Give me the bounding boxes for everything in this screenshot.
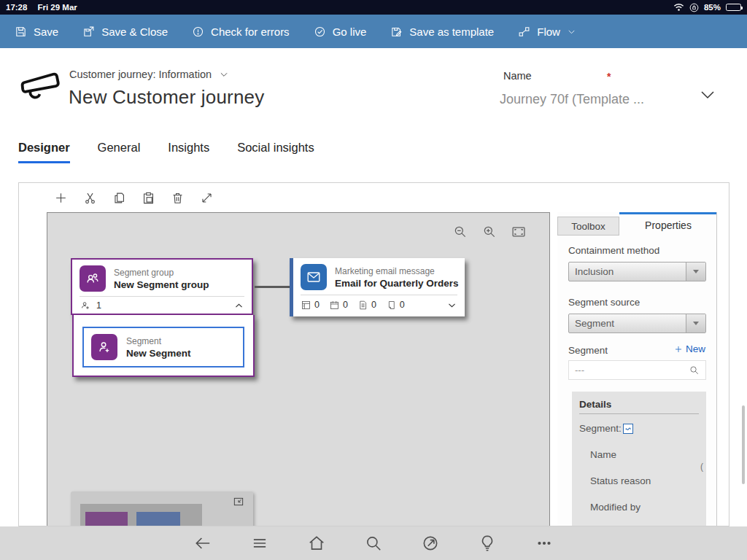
form-tabs: Designer General Insights Social insight… — [18, 141, 314, 163]
segment-count: 1 — [96, 300, 101, 311]
date: Fri 29 Mar — [37, 3, 77, 12]
properties-panel: Toolbox Properties Containment method In… — [557, 212, 717, 526]
new-segment-link[interactable]: New — [674, 343, 705, 354]
expand-icon[interactable] — [200, 191, 214, 205]
chevron-down-icon — [699, 86, 716, 104]
fit-to-screen-icon[interactable] — [511, 225, 526, 239]
delete-icon[interactable] — [171, 191, 185, 205]
circle-arrow-icon[interactable] — [421, 534, 440, 553]
stat-value: 0 — [400, 300, 405, 310]
tab-social-insights[interactable]: Social insights — [237, 141, 314, 163]
check-circle-icon — [314, 26, 326, 38]
containment-method-label: Containment method — [568, 245, 659, 256]
segment-tile[interactable]: Segment New Segment — [82, 327, 244, 368]
search-icon[interactable] — [689, 365, 700, 376]
expand-chevron-down-icon[interactable] — [446, 300, 457, 311]
segment-lookup-input[interactable]: --- — [568, 360, 706, 380]
zoom-out-icon[interactable] — [453, 225, 468, 239]
lightbulb-icon[interactable] — [478, 534, 497, 553]
flow-button[interactable]: Flow — [518, 26, 576, 38]
paste-icon[interactable] — [142, 191, 155, 205]
back-icon[interactable] — [193, 534, 212, 553]
more-icon[interactable] — [535, 534, 554, 553]
details-field-status-reason: Status reason — [590, 475, 699, 486]
save-icon — [15, 26, 27, 38]
tile-type-label: Segment group — [114, 268, 209, 278]
header-expand-chevron[interactable] — [699, 86, 716, 104]
cut-icon[interactable] — [83, 191, 97, 205]
journey-designer: Segment group New Segment group 1 Segmen… — [18, 182, 729, 526]
tile-type-label: Marketing email message — [335, 266, 459, 276]
calendar-stat-icon — [329, 300, 340, 311]
add-tile-icon[interactable] — [54, 191, 68, 205]
battery-icon — [726, 4, 741, 11]
details-card: Details Segment: Name Status reason Modi… — [572, 392, 706, 526]
zoom-in-icon[interactable] — [482, 225, 497, 239]
save-close-icon — [82, 26, 95, 38]
truncated-value: ( — [700, 462, 703, 472]
orientation-lock-icon — [689, 3, 699, 12]
page-title: New Customer journey — [69, 86, 264, 109]
required-marker: * — [607, 71, 611, 82]
chevron-down-icon — [567, 27, 576, 36]
designer-toolbar — [19, 183, 729, 212]
dropdown-arrow-icon[interactable] — [686, 314, 705, 332]
plus-icon — [674, 345, 683, 354]
megaphone-icon — [18, 70, 61, 104]
save-button[interactable]: Save — [15, 26, 58, 38]
save-and-close-button[interactable]: Save & Close — [82, 26, 168, 38]
document-stat-icon — [357, 300, 368, 311]
stat-value: 0 — [314, 300, 320, 310]
segment-entity-icon — [623, 424, 633, 434]
tile-connector — [255, 286, 290, 288]
segment-group-tile[interactable]: Segment group New Segment group 1 — [71, 258, 253, 315]
entity-label: Segment: — [579, 423, 622, 434]
chevron-down-icon — [219, 69, 229, 79]
segment-source-label: Segment source — [568, 297, 640, 308]
tab-general[interactable]: General — [98, 141, 141, 163]
battery-percent: 85% — [704, 3, 721, 12]
clock: 17:28 — [6, 3, 27, 12]
tile-name: New Segment group — [114, 279, 209, 290]
copy-icon[interactable] — [112, 191, 126, 205]
canvas-minimap[interactable] — [71, 491, 253, 526]
tab-designer[interactable]: Designer — [18, 141, 70, 163]
go-live-button[interactable]: Go live — [314, 26, 367, 38]
details-field-modified-by: Modified by — [590, 502, 699, 513]
segment-lookup-label: Segment — [568, 345, 608, 356]
containment-method-dropdown[interactable]: Inclusion — [568, 262, 706, 281]
save-as-template-button[interactable]: Save as template — [390, 26, 494, 38]
tab-insights[interactable]: Insights — [168, 141, 209, 163]
segment-source-dropdown[interactable]: Segment — [568, 314, 706, 333]
form-stat-icon — [301, 300, 311, 311]
page-stat-icon — [386, 300, 397, 311]
wifi-icon — [673, 3, 684, 12]
name-field-value[interactable]: Journey 70f (Template ... — [500, 92, 644, 107]
minimap-collapse-icon[interactable] — [233, 496, 244, 508]
tile-name: Email for Quarterly Orders — [335, 278, 459, 289]
email-message-tile[interactable]: Marketing email message Email for Quarte… — [290, 258, 465, 316]
audience-count-icon — [80, 300, 92, 312]
search-icon[interactable] — [364, 534, 383, 553]
collapse-chevron-up-icon[interactable] — [233, 300, 244, 311]
tab-properties[interactable]: Properties — [619, 212, 717, 236]
check-for-errors-button[interactable]: Check for errors — [192, 26, 290, 38]
home-icon[interactable] — [307, 534, 326, 553]
save-template-icon — [390, 26, 403, 38]
record-type-selector[interactable]: Customer journey: Information — [69, 69, 229, 80]
bottom-nav-bar — [0, 526, 747, 560]
segment-group-icon — [80, 265, 106, 292]
page-scrollbar[interactable] — [742, 405, 745, 484]
alert-circle-icon — [192, 26, 204, 38]
command-bar: Save Save & Close Check for errors Go li… — [0, 15, 747, 48]
tile-name: New Segment — [126, 348, 191, 359]
details-heading: Details — [579, 399, 699, 414]
designer-canvas[interactable]: Segment group New Segment group 1 Segmen… — [47, 212, 550, 526]
minimap-viewport — [80, 504, 202, 526]
dropdown-arrow-icon[interactable] — [686, 262, 705, 281]
details-field-name: Name — [590, 449, 699, 460]
menu-icon[interactable] — [250, 534, 269, 553]
segment-group-expanded-area: Segment New Segment — [72, 315, 255, 377]
tab-toolbox[interactable]: Toolbox — [557, 217, 619, 236]
email-icon — [301, 264, 327, 290]
